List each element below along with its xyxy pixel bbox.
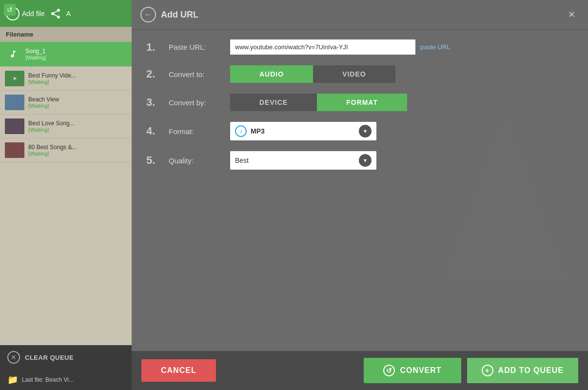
dialog-overlay: ← Add URL ✕ 1. Paste URL: paste URL 2. C… — [132, 0, 588, 390]
step-5-number: 5. — [146, 154, 161, 167]
bottom-action-bar: CANCEL ↺ CONVERT + ADD TO QUEUE — [132, 351, 588, 390]
file-list-header: Filename — [0, 27, 132, 42]
file-list: Song_1 [Waiting] Best Funny Vide... [Wai… — [0, 42, 132, 345]
file-info: Best Funny Vide... [Waiting] — [28, 72, 127, 85]
format-dropdown-arrow: ▾ — [359, 125, 372, 137]
dialog-title: Add URL — [161, 10, 198, 20]
share-label: A — [66, 10, 71, 18]
step-4-row: 4. Format: ♪ MP3 ▾ — [146, 122, 573, 140]
step-3-number: 3. — [146, 96, 161, 109]
audio-button[interactable]: AUDIO — [230, 65, 313, 83]
list-item[interactable]: Best Funny Vide... [Waiting] — [0, 67, 132, 91]
file-thumbnail — [5, 46, 21, 62]
step-1-label: Paste URL: — [169, 43, 222, 51]
close-button[interactable]: ✕ — [564, 7, 579, 22]
format-button[interactable]: FORMAT — [317, 94, 407, 111]
step-5-label: Quality: — [169, 156, 222, 165]
left-panel: ↺ + Add file A Filename Song_1 [Waiting] — [0, 0, 132, 390]
list-item[interactable]: Song_1 [Waiting] — [0, 42, 132, 67]
file-thumbnail — [5, 118, 24, 134]
format-selector[interactable]: ♪ MP3 ▾ — [230, 122, 376, 140]
quality-value: Best — [235, 156, 355, 164]
file-status: [Waiting] — [28, 103, 127, 109]
paste-url-link[interactable]: paste URL — [420, 43, 450, 51]
add-to-queue-label: ADD TO QUEUE — [498, 366, 564, 375]
add-to-queue-button[interactable]: + ADD TO QUEUE — [467, 358, 578, 383]
app-icon: ↺ — [4, 4, 16, 16]
step-4-number: 4. — [146, 125, 161, 137]
file-name: Beach View — [28, 96, 127, 103]
convert-icon: ↺ — [383, 365, 395, 376]
list-item[interactable]: 80 Best Songs &... [Waiting] — [0, 138, 132, 162]
step-2-label: Convert to: — [169, 70, 222, 78]
file-thumbnail — [5, 71, 24, 86]
svg-rect-4 — [5, 142, 24, 158]
file-status: [Waiting] — [28, 127, 127, 133]
dialog-title-area: ← Add URL — [140, 7, 198, 22]
file-name: 80 Best Songs &... — [28, 144, 127, 151]
step-2-row: 2. Convert to: AUDIO VIDEO — [146, 65, 573, 83]
video-button[interactable]: VIDEO — [313, 65, 395, 83]
step-5-row: 5. Quality: Best ▾ — [146, 151, 573, 170]
top-toolbar: + Add file A — [0, 0, 132, 27]
cancel-button[interactable]: CANCEL — [141, 359, 216, 382]
file-thumbnail — [5, 95, 24, 110]
url-input[interactable] — [230, 39, 415, 55]
convert-label: CONVERT — [400, 366, 441, 375]
clear-queue-icon: ✕ — [7, 351, 20, 364]
back-button[interactable]: ← — [140, 7, 156, 22]
convert-to-buttons: AUDIO VIDEO — [230, 65, 395, 83]
format-value: MP3 — [251, 127, 355, 135]
file-thumbnail — [5, 142, 24, 158]
folder-icon: 📁 — [7, 374, 18, 385]
file-status: [Waiting] — [28, 151, 127, 156]
convert-button[interactable]: ↺ CONVERT — [364, 358, 461, 383]
file-status: [Waiting] — [25, 55, 127, 60]
svg-rect-3 — [5, 118, 24, 134]
step-3-label: Convert by: — [169, 98, 222, 107]
step-1-number: 1. — [146, 41, 161, 54]
svg-rect-2 — [5, 95, 24, 110]
format-icon: ♪ — [235, 125, 247, 137]
step-3-row: 3. Convert by: DEVICE FORMAT — [146, 94, 573, 111]
file-info: Beach View [Waiting] — [28, 96, 127, 109]
step-4-label: Format: — [169, 127, 222, 136]
share-icon[interactable] — [49, 7, 62, 20]
clear-queue-label: CLEAR QUEUE — [25, 354, 74, 361]
bottom-status-bar: 📁 Last file: Beach Vi... — [0, 370, 132, 390]
list-item[interactable]: Beach View [Waiting] — [0, 91, 132, 115]
add-to-queue-icon: + — [482, 365, 493, 376]
step-2-number: 2. — [146, 68, 161, 80]
clear-queue-bar[interactable]: ✕ CLEAR QUEUE — [0, 345, 132, 370]
file-status: [Waiting] — [28, 79, 127, 85]
quality-selector[interactable]: Best ▾ — [230, 151, 376, 170]
convert-by-buttons: DEVICE FORMAT — [230, 94, 407, 111]
dialog-content: 1. Paste URL: paste URL 2. Convert to: A… — [132, 30, 588, 190]
file-name: Best Funny Vide... — [28, 72, 127, 79]
file-info: 80 Best Songs &... [Waiting] — [28, 144, 127, 156]
quality-dropdown-arrow: ▾ — [359, 154, 372, 167]
last-file-text: Last file: Beach Vi... — [22, 376, 74, 383]
file-name: Song_1 — [25, 48, 127, 55]
add-file-label: Add file — [22, 10, 45, 18]
dialog-header: ← Add URL ✕ — [132, 0, 588, 30]
device-button[interactable]: DEVICE — [230, 94, 317, 111]
file-name: Best Love Song... — [28, 120, 127, 127]
url-input-wrapper: paste URL — [230, 39, 573, 55]
list-item[interactable]: Best Love Song... [Waiting] — [0, 115, 132, 138]
step-1-row: 1. Paste URL: paste URL — [146, 39, 573, 55]
file-info: Song_1 [Waiting] — [25, 48, 127, 60]
file-info: Best Love Song... [Waiting] — [28, 120, 127, 133]
